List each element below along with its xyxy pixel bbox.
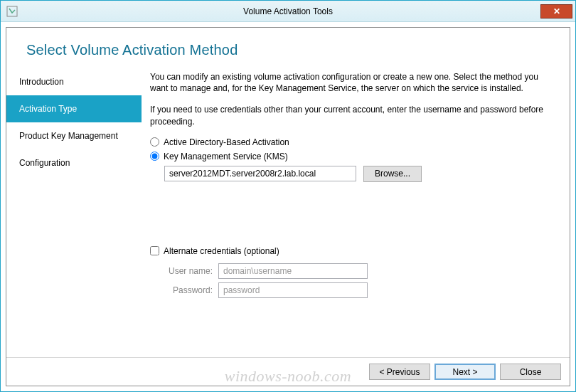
nav-item-introduction[interactable]: Introduction xyxy=(6,68,142,95)
window-frame: Volume Activation Tools ✕ Select Volume … xyxy=(0,0,576,392)
radio-adba[interactable] xyxy=(150,137,159,147)
username-field[interactable] xyxy=(218,263,368,279)
nav-item-configuration[interactable]: Configuration xyxy=(6,149,142,176)
alt-credentials-block: Alternate credentials (optional) User na… xyxy=(150,246,554,298)
browse-button[interactable]: Browse... xyxy=(363,166,422,182)
alt-cred-check-row: Alternate credentials (optional) xyxy=(150,246,554,256)
wizard-panel: Select Volume Activation Method Introduc… xyxy=(6,27,570,386)
intro-paragraph-2: If you need to use credentials other tha… xyxy=(150,104,554,127)
alt-cred-label: Alternate credentials (optional) xyxy=(164,246,279,256)
kms-server-row: Browse... xyxy=(164,166,554,182)
nav-item-activation-type[interactable]: Activation Type xyxy=(6,95,142,122)
radio-adba-label: Active Directory-Based Activation xyxy=(164,137,289,147)
password-field[interactable] xyxy=(218,282,368,298)
username-row: User name: xyxy=(154,263,554,279)
page-header: Select Volume Activation Method xyxy=(6,28,570,64)
window-title: Volume Activation Tools xyxy=(1,6,575,16)
password-row: Password: xyxy=(154,282,554,298)
close-icon: ✕ xyxy=(553,6,560,16)
nav-item-label: Configuration xyxy=(19,158,70,168)
svg-rect-0 xyxy=(7,6,17,16)
app-icon xyxy=(6,6,18,17)
radio-kms-label: Key Management Service (KMS) xyxy=(164,152,288,161)
titlebar: Volume Activation Tools ✕ xyxy=(1,1,575,22)
radio-row-kms: Key Management Service (KMS) xyxy=(150,152,554,161)
next-button[interactable]: Next > xyxy=(434,364,496,380)
wizard-body: Introduction Activation Type Product Key… xyxy=(6,64,570,357)
nav-item-label: Activation Type xyxy=(19,104,77,114)
radio-kms[interactable] xyxy=(150,152,159,161)
wizard-footer: < Previous Next > Close xyxy=(6,357,570,386)
page-title: Select Volume Activation Method xyxy=(26,42,570,58)
nav-item-label: Product Key Management xyxy=(19,131,118,141)
nav-item-product-key-management[interactable]: Product Key Management xyxy=(6,122,142,149)
intro-paragraph-1: You can modify an existing volume activa… xyxy=(150,71,554,94)
kms-server-input[interactable] xyxy=(164,166,356,181)
close-wizard-button[interactable]: Close xyxy=(500,364,561,380)
nav-sidebar: Introduction Activation Type Product Key… xyxy=(6,64,142,357)
close-button[interactable]: ✕ xyxy=(540,4,572,18)
password-label: Password: xyxy=(154,285,213,295)
username-label: User name: xyxy=(154,266,213,276)
radio-row-adba: Active Directory-Based Activation xyxy=(150,137,554,147)
alt-cred-checkbox[interactable] xyxy=(150,246,159,255)
content-pane: You can modify an existing volume activa… xyxy=(142,64,570,357)
previous-button[interactable]: < Previous xyxy=(369,364,430,380)
nav-item-label: Introduction xyxy=(19,77,64,87)
